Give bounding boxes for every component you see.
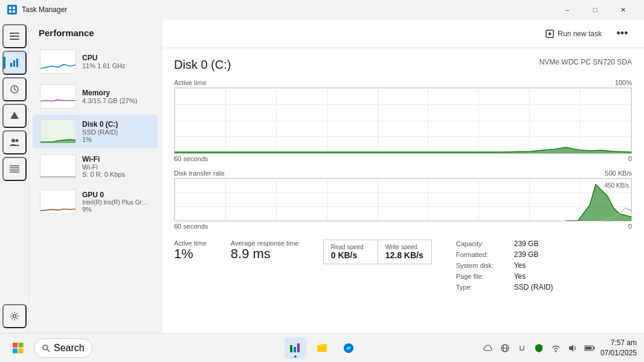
svg-rect-8 xyxy=(13,60,15,67)
search-icon xyxy=(42,344,50,352)
sidebar-item-menu[interactable] xyxy=(2,24,27,48)
app-icon xyxy=(7,5,17,14)
svg-rect-40 xyxy=(593,347,594,349)
read-speed-box: Read speed 0 KB/s xyxy=(323,240,378,264)
search-bar[interactable]: Search xyxy=(34,338,92,358)
taskbar-sys-icons: ⊔ xyxy=(481,341,597,355)
stats-formatted-row: Formatted: 239 GB xyxy=(456,250,553,259)
taskbar-vpn-icon[interactable] xyxy=(498,341,512,355)
svg-rect-6 xyxy=(10,39,19,40)
cpu-mini-chart xyxy=(40,49,76,74)
svg-point-11 xyxy=(11,139,15,142)
stats-system-disk-row: System disk: Yes xyxy=(456,261,553,270)
device-card-disk[interactable]: Disk 0 (C:) SSD (RAID) 1% xyxy=(33,115,158,148)
taskbar-wifi-icon[interactable] xyxy=(549,341,563,355)
svg-point-28 xyxy=(43,345,48,350)
taskbar-teams-icon[interactable]: ⊔ xyxy=(515,341,529,355)
right-content: Run new task ••• Disk 0 (C:) NVMe WDC PC… xyxy=(162,19,644,333)
run-new-task-button[interactable]: Run new task xyxy=(539,26,608,42)
cpu-sub: 11% 1.61 GHz xyxy=(82,62,150,69)
stat-group-left: Active time 1% xyxy=(174,240,207,291)
svg-rect-33 xyxy=(318,346,326,352)
maximize-button[interactable]: □ xyxy=(581,0,609,19)
run-task-icon xyxy=(546,30,554,38)
clock-time: 7:57 am xyxy=(601,338,637,348)
start-button[interactable] xyxy=(7,337,29,359)
sidebar-item-app-history[interactable] xyxy=(2,77,27,101)
taskmanager-app-icon xyxy=(289,342,301,354)
close-button[interactable]: ✕ xyxy=(609,0,637,19)
stat-group-speeds: Read speed 0 KB/s Write speed 12.8 KB/s xyxy=(323,240,432,291)
sidebar-item-users[interactable] xyxy=(2,130,27,154)
type-value: SSD (RAID) xyxy=(514,283,553,291)
type-label: Type: xyxy=(456,284,504,291)
device-card-gpu[interactable]: GPU 0 Intel(R) Iris(R) Plus Graphics 640… xyxy=(33,185,158,218)
capacity-value: 239 GB xyxy=(514,240,539,248)
device-card-cpu[interactable]: CPU 11% 1.61 GHz xyxy=(33,45,158,78)
transfer-rate-max: 500 KB/s xyxy=(605,170,632,177)
read-speed-label: Read speed xyxy=(331,244,370,250)
memory-name: Memory xyxy=(82,89,150,97)
disk-pct: 1% xyxy=(82,136,150,143)
svg-rect-7 xyxy=(10,63,12,67)
sidebar-item-details[interactable] xyxy=(2,157,27,181)
stats-right: Capacity: 239 GB Formatted: 239 GB Syste… xyxy=(456,240,553,291)
active-time-max: 100% xyxy=(615,79,632,86)
cpu-name: CPU xyxy=(82,54,150,62)
svg-marker-18 xyxy=(40,139,76,143)
taskbar-app-edge[interactable] xyxy=(338,337,359,359)
titlebar-left: Task Manager xyxy=(7,5,67,14)
transfer-rate-label: Disk transfer rate xyxy=(174,170,225,177)
taskbar-app-explorer[interactable] xyxy=(311,337,333,359)
svg-rect-25 xyxy=(19,343,24,348)
top-bar: Run new task ••• xyxy=(162,19,644,48)
memory-info: Memory 4.3/15.7 GB (27%) xyxy=(82,89,150,104)
write-speed-value: 12.8 KB/s xyxy=(385,250,424,260)
taskbar-cloud-icon[interactable] xyxy=(481,341,495,355)
taskbar-center xyxy=(285,337,359,359)
app-title: Task Manager xyxy=(22,5,67,14)
disk-info: Disk 0 (C:) SSD (RAID) 1% xyxy=(82,120,150,143)
device-card-memory[interactable]: Memory 4.3/15.7 GB (27%) xyxy=(33,80,158,113)
disk-mini-chart xyxy=(40,119,76,144)
svg-rect-5 xyxy=(10,36,19,37)
stats-section: Active time 1% Average response time 8.9… xyxy=(174,240,632,291)
system-disk-value: Yes xyxy=(514,261,526,270)
gpu-mini-chart xyxy=(40,189,76,214)
run-task-label: Run new task xyxy=(558,30,602,38)
gpu-info: GPU 0 Intel(R) Iris(R) Plus Graphics 640… xyxy=(82,191,150,213)
svg-rect-24 xyxy=(13,343,18,348)
page-file-label: Page file: xyxy=(456,273,504,280)
taskbar-security-icon[interactable] xyxy=(532,341,546,355)
chart2-bottom-label: 60 seconds xyxy=(174,223,208,230)
active-time-label: Active time xyxy=(174,79,207,86)
taskbar-volume-icon[interactable] xyxy=(565,341,580,355)
active-time-chart xyxy=(174,87,632,154)
active-time-section: Active time 100% xyxy=(174,79,632,162)
taskbar-battery-icon[interactable] xyxy=(582,341,597,355)
app-body: Performance CPU 11% 1.61 GHz Memory xyxy=(0,19,644,333)
taskbar-app-taskmanager[interactable] xyxy=(285,337,306,359)
active-time-label-row: Active time 100% xyxy=(174,79,632,86)
svg-rect-14 xyxy=(10,168,19,169)
formatted-label: Formatted: xyxy=(456,251,504,258)
formatted-value: 239 GB xyxy=(514,250,539,259)
svg-rect-30 xyxy=(290,345,292,352)
device-card-wifi[interactable]: Wi-Fi Wi-Fi S: 0 R: 0 Kbps xyxy=(33,150,158,183)
response-time-stat-value: 8.9 ms xyxy=(231,247,299,261)
stats-capacity-row: Capacity: 239 GB xyxy=(456,240,553,248)
disk-header: Disk 0 (C:) NVMe WDC PC SN720 SDA xyxy=(174,58,632,72)
more-options-button[interactable]: ••• xyxy=(613,24,632,43)
chart1-bottom-label: 60 seconds xyxy=(174,155,208,162)
sidebar-item-startup[interactable] xyxy=(2,104,27,128)
svg-marker-23 xyxy=(566,185,631,221)
svg-point-12 xyxy=(15,139,18,142)
top-bar-actions: Run new task ••• xyxy=(539,24,632,43)
gpu-name: GPU 0 xyxy=(82,191,150,199)
minimize-button[interactable]: – xyxy=(553,0,581,19)
taskbar-time: 7:57 am 07/01/2025 xyxy=(601,338,637,358)
svg-rect-32 xyxy=(297,343,300,352)
sidebar-item-settings[interactable] xyxy=(2,304,27,328)
sidebar-item-performance[interactable] xyxy=(2,51,27,75)
active-time-stat-value: 1% xyxy=(174,247,207,261)
